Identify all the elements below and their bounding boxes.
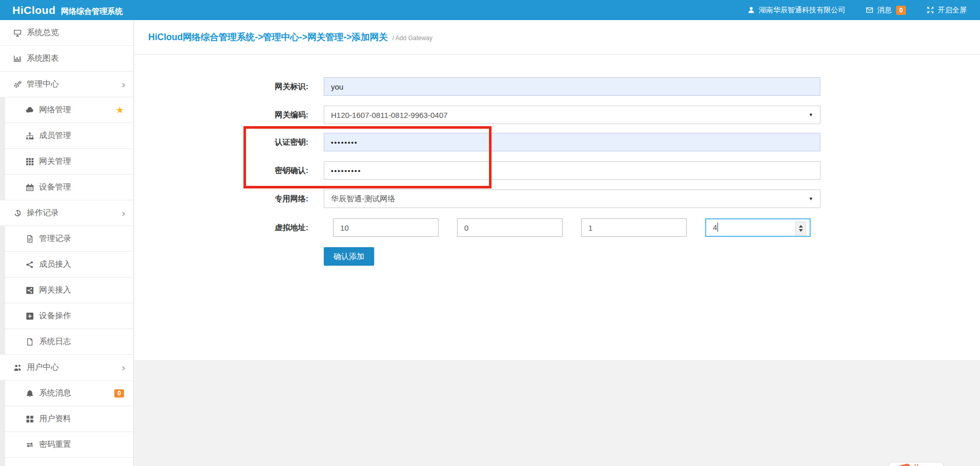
gateway-id-label: 网关标识: (134, 77, 308, 96)
user-icon (747, 6, 755, 14)
sidebar-item-gateway-access[interactable]: 网关接入 (0, 278, 133, 303)
sidebar-item-system-logs[interactable]: 系统日志 (0, 329, 133, 355)
sidebar-item-network-management[interactable]: 网络管理 ★ (0, 97, 133, 123)
private-network-selected-value: 华辰智通-测试网络 (331, 194, 395, 204)
envelope-icon (866, 6, 873, 14)
cloud-icon (24, 106, 36, 114)
plus-square-icon (24, 312, 36, 320)
sidebar-item-system-overview[interactable]: 系统总览 (0, 20, 133, 46)
chevron-right-icon: › (122, 362, 125, 372)
octet-4-value: 4 (713, 223, 717, 232)
sidebar-item-device-management[interactable]: 设备管理 (0, 175, 133, 200)
number-spinner[interactable] (795, 221, 806, 235)
brand-subtitle: 网络综合管理系统 (61, 7, 122, 15)
chevron-right-icon: › (122, 208, 125, 217)
grid-icon (24, 158, 36, 166)
gateway-code-select[interactable]: H120-1607-0811-0812-9963-0407 ▼ (324, 106, 820, 124)
sidebar-item-system-messages[interactable]: 系统消息 0 (0, 381, 133, 406)
account-menu[interactable]: 湖南华辰智通科技有限公司 (747, 6, 845, 15)
desktop-icon (11, 29, 24, 37)
messages-count-badge: 0 (896, 6, 906, 15)
company-name: 湖南华辰智通科技有限公司 (759, 6, 845, 15)
breadcrumb-subtitle: / Add Gateway (392, 32, 432, 42)
chevron-right-icon: › (122, 79, 125, 89)
caret-down-icon: ▼ (809, 196, 813, 201)
history-icon (11, 209, 24, 217)
topbar-menu: 湖南华辰智通科技有限公司 消息 0 开启全屏 (747, 6, 967, 15)
private-network-select[interactable]: 华辰智通-测试网络 ▼ (324, 189, 820, 208)
sidebar-item-member-access[interactable]: 成员接入 (0, 252, 133, 278)
bell-icon (24, 389, 36, 398)
th-large-icon (24, 415, 36, 423)
sidebar-item-device-operations[interactable]: 设备操作 (0, 303, 133, 329)
private-network-label: 专用网络: (134, 189, 308, 208)
cogs-icon (11, 80, 24, 89)
exchange-icon (24, 441, 36, 449)
sidebar-item-gateway-management[interactable]: 网关管理 (0, 149, 133, 175)
gateway-id-input[interactable] (324, 77, 820, 96)
bar-chart-icon (11, 55, 24, 63)
form-row-key-confirm: 密钥确认: (134, 161, 980, 180)
sidebar-menu: 系统总览 系统图表 管理中心 › 网络管理 ★ 成员管理 网关管理 设备管理 (0, 20, 133, 458)
messages-label: 消息 (877, 6, 891, 15)
file-icon (24, 338, 36, 346)
sidebar-item-admin-records[interactable]: 管理记录 (0, 226, 133, 252)
topbar: HiCloud 网络综合管理系统 湖南华辰智通科技有限公司 消息 0 开启全屏 (0, 0, 980, 20)
virtual-address-octet-1[interactable] (333, 218, 439, 237)
sidebar-item-system-charts[interactable]: 系统图表 (0, 46, 133, 72)
sidebar-item-member-management[interactable]: 成员管理 (0, 123, 133, 149)
notification-badge: 0 (114, 389, 124, 398)
sidebar-item-user-center[interactable]: 用户中心 › (0, 355, 133, 381)
form-panel: HiCloud网络综合管理系统->管理中心->网关管理->添加网关 / Add … (134, 20, 980, 360)
sidebar: 系统总览 系统图表 管理中心 › 网络管理 ★ 成员管理 网关管理 设备管理 (0, 20, 134, 466)
sidebar-filler (0, 458, 133, 466)
auth-key-input[interactable] (324, 133, 820, 151)
sidebar-item-admin-center[interactable]: 管理中心 › (0, 72, 133, 97)
breadcrumb-bar: HiCloud网络综合管理系统->管理中心->网关管理->添加网关 / Add … (134, 20, 980, 55)
virtual-address-octet-4[interactable]: 4 (705, 218, 811, 237)
key-confirm-input[interactable] (324, 161, 820, 180)
form-row-private-network: 专用网络: 华辰智通-测试网络 ▼ (134, 189, 980, 208)
share-square-icon (24, 286, 36, 295)
auth-key-label: 认证密钥: (134, 133, 308, 151)
fullscreen-label: 开启全屏 (938, 6, 967, 15)
virtual-address-label: 虚拟地址: (134, 218, 308, 237)
spinner-up-icon[interactable] (799, 225, 803, 228)
key-confirm-label: 密钥确认: (134, 161, 308, 180)
chat-widget-logo (894, 463, 912, 466)
sidebar-item-user-profile[interactable]: 用户资料 (0, 406, 133, 432)
gateway-code-selected-value: H120-1607-0811-0812-9963-0407 (331, 111, 448, 119)
form-row-auth-key: 认证密钥: (134, 133, 980, 151)
sidebar-item-password-reset[interactable]: 密码重置 (0, 432, 133, 458)
sidebar-item-operation-records[interactable]: 操作记录 › (0, 200, 133, 226)
confirm-add-button[interactable]: 确认添加 (324, 247, 374, 266)
share-icon (24, 261, 36, 269)
spinner-down-icon[interactable] (799, 229, 803, 232)
virtual-address-octet-3[interactable] (581, 218, 687, 237)
sitemap-icon (24, 132, 36, 140)
gateway-code-label: 网关编码: (134, 106, 308, 124)
form-row-gateway-code: 网关编码: H120-1607-0811-0812-9963-0407 ▼ (134, 106, 980, 124)
calendar-icon (24, 183, 36, 192)
form-row-virtual-address: 虚拟地址: 4 (134, 218, 980, 237)
app-logo[interactable]: HiCloud 网络综合管理系统 (12, 4, 122, 16)
messages-menu[interactable]: 消息 0 (866, 6, 906, 15)
main-content: HiCloud网络综合管理系统->管理中心->网关管理->添加网关 / Add … (134, 20, 980, 466)
chat-widget-divider (915, 464, 916, 466)
star-icon: ★ (116, 106, 124, 115)
fullscreen-toggle[interactable]: 开启全屏 (926, 6, 967, 15)
fullscreen-icon (926, 6, 934, 14)
chat-widget-divider (917, 464, 918, 466)
breadcrumb: HiCloud网络综合管理系统->管理中心->网关管理->添加网关 (148, 31, 388, 43)
text-cursor (717, 222, 718, 232)
users-icon (11, 364, 24, 372)
file-text-icon (24, 235, 36, 243)
caret-down-icon: ▼ (809, 112, 813, 117)
brand-name: HiCloud (12, 4, 56, 16)
form-row-gateway-id: 网关标识: (134, 77, 980, 96)
chat-widget[interactable] (889, 462, 943, 466)
virtual-address-octet-2[interactable] (457, 218, 563, 237)
